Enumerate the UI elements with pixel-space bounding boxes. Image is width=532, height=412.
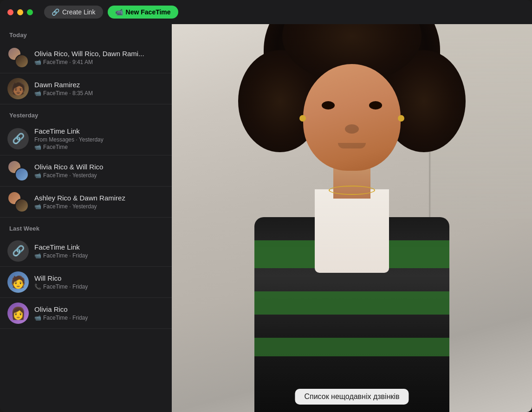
- avatar: [15, 199, 29, 212]
- avatar: [15, 167, 29, 181]
- call-detail: 📹 FaceTime · Yesterday: [34, 203, 164, 210]
- collar: [315, 189, 389, 273]
- facetime-window: 🔗 Create Link 📹 New FaceTime Today Oliv: [0, 0, 532, 412]
- call-info: FaceTime Link From Messages · Yesterday …: [34, 127, 164, 150]
- earring-left: [299, 115, 306, 122]
- avatar-link: 🔗: [7, 240, 29, 262]
- call-detail: 📹 FaceTime · Friday: [34, 315, 164, 321]
- call-detail: 📹 FaceTime · 9:41 AM: [34, 59, 164, 65]
- call-detail: 📹 FaceTime · Friday: [34, 252, 164, 259]
- list-item[interactable]: 👩 Olivia Rico 📹 FaceTime · Friday: [0, 298, 172, 329]
- video-icon: 📹: [34, 144, 41, 150]
- create-link-label: Create Link: [62, 8, 96, 16]
- minimize-button[interactable]: [17, 9, 23, 15]
- caption-area: Список нещодавніх дзвінків: [295, 389, 409, 405]
- call-info: Ashley Rico & Dawn Ramirez 📹 FaceTime · …: [34, 194, 164, 210]
- eye-right: [369, 101, 382, 109]
- video-icon: 📹: [34, 252, 41, 259]
- call-detail-rows: From Messages · Yesterday 📹 FaceTime: [34, 136, 164, 150]
- call-detail: 📞 FaceTime · Friday: [34, 283, 164, 290]
- call-info: Dawn Ramirez 📹 FaceTime · 8:35 AM: [34, 81, 164, 97]
- call-info: Will Rico 📞 FaceTime · Friday: [34, 274, 164, 290]
- maximize-button[interactable]: [27, 9, 33, 15]
- video-icon: 📹: [34, 315, 41, 321]
- avatar-link: 🔗: [7, 128, 29, 149]
- phone-icon: 📞: [34, 283, 41, 290]
- new-facetime-label: New FaceTime: [126, 8, 171, 16]
- video-camera-icon: 📹: [115, 8, 123, 16]
- link-icon: 🔗: [52, 8, 59, 16]
- traffic-lights: [7, 9, 33, 15]
- necklace: [329, 186, 375, 195]
- section-header-last-week: Last Week: [0, 218, 172, 236]
- call-detail-1: From Messages · Yesterday: [34, 136, 164, 143]
- avatar-group: [7, 191, 29, 212]
- video-icon: 📹: [34, 59, 41, 65]
- eye-left: [322, 101, 335, 109]
- avatar-group: [7, 160, 29, 181]
- call-info: Olivia Rico 📹 FaceTime · Friday: [34, 305, 164, 321]
- face: [303, 64, 401, 171]
- list-item[interactable]: 🔗 FaceTime Link From Messages · Yesterda…: [0, 122, 172, 155]
- caption-text: Список нещодавніх дзвінків: [304, 393, 399, 400]
- call-info: Olivia Rico, Will Rico, Dawn Rami... 📹 F…: [34, 50, 164, 65]
- list-item[interactable]: 🧑 Will Rico 📞 FaceTime · Friday: [0, 267, 172, 298]
- video-icon: 📹: [34, 172, 41, 179]
- list-item[interactable]: Olivia Rico, Will Rico, Dawn Rami... 📹 F…: [0, 42, 172, 73]
- call-info: Olivia Rico & Will Rico 📹 FaceTime · Yes…: [34, 163, 164, 179]
- call-name: Ashley Rico & Dawn Ramirez: [34, 194, 164, 202]
- call-detail: 📹 FaceTime · 8:35 AM: [34, 90, 164, 97]
- stripe-2: [254, 291, 449, 315]
- person: [224, 24, 480, 412]
- call-info: FaceTime Link 📹 FaceTime · Friday: [34, 243, 164, 259]
- section-header-yesterday: Yesterday: [0, 104, 172, 122]
- title-bar-buttons: 🔗 Create Link 📹 New FaceTime: [44, 6, 178, 19]
- earring-right: [398, 115, 404, 122]
- list-item[interactable]: Ashley Rico & Dawn Ramirez 📹 FaceTime · …: [0, 187, 172, 218]
- call-name: Will Rico: [34, 274, 164, 282]
- call-name: FaceTime Link: [34, 243, 164, 251]
- call-name: Olivia Rico & Will Rico: [34, 163, 164, 171]
- video-icon: 📹: [34, 203, 41, 210]
- close-button[interactable]: [7, 9, 13, 15]
- avatar: [15, 54, 29, 68]
- call-detail-2: 📹 FaceTime: [34, 144, 164, 150]
- list-item[interactable]: 🔗 FaceTime Link 📹 FaceTime · Friday: [0, 236, 172, 267]
- stripe-3: [254, 338, 449, 356]
- call-name: FaceTime Link: [34, 127, 164, 135]
- section-header-today: Today: [0, 24, 172, 42]
- nose: [345, 124, 359, 134]
- list-item[interactable]: 🧑🏾 Dawn Ramirez 📹 FaceTime · 8:35 AM: [0, 73, 172, 104]
- sidebar: Today Olivia Rico, Will Rico, Dawn Rami.…: [0, 24, 172, 412]
- list-item[interactable]: Olivia Rico & Will Rico 📹 FaceTime · Yes…: [0, 155, 172, 187]
- call-name: Olivia Rico: [34, 305, 164, 313]
- avatar: 👩: [7, 303, 29, 324]
- main-content: Today Olivia Rico, Will Rico, Dawn Rami.…: [0, 24, 532, 412]
- mouth: [338, 143, 366, 148]
- new-facetime-button[interactable]: 📹 New FaceTime: [108, 6, 178, 19]
- avatar: 🧑: [7, 271, 29, 293]
- title-bar: 🔗 Create Link 📹 New FaceTime: [0, 0, 532, 24]
- create-link-button[interactable]: 🔗 Create Link: [44, 6, 103, 19]
- call-name: Dawn Ramirez: [34, 81, 164, 89]
- video-icon: 📹: [34, 90, 41, 97]
- call-name: Olivia Rico, Will Rico, Dawn Rami...: [34, 50, 164, 58]
- call-detail: 📹 FaceTime · Yesterday: [34, 172, 164, 179]
- video-area: Список нещодавніх дзвінків: [172, 24, 532, 412]
- avatar-group: [7, 47, 29, 68]
- avatar: 🧑🏾: [7, 78, 29, 99]
